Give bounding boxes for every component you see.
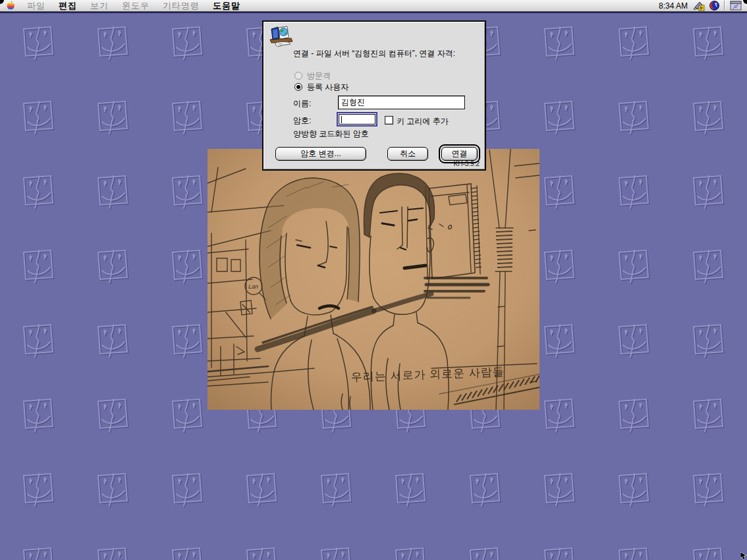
finder-face-watermark (389, 468, 430, 509)
name-label: 이름: (293, 98, 311, 109)
desktop-picture-sketch: Lan 우리는 서로가 외로운 사람들 (208, 149, 540, 410)
finder-face-watermark (687, 468, 728, 509)
password-input[interactable] (339, 114, 375, 125)
finder-face-watermark (538, 244, 579, 285)
finder-face-watermark (613, 170, 653, 211)
finder-face-watermark (240, 468, 281, 509)
guest-radio-row[interactable]: 방문객 (294, 71, 331, 80)
finder-face-watermark (166, 393, 207, 434)
menu-bar-clock[interactable]: 8:34 AM (659, 1, 688, 11)
version-label: KH-3.9.2 (454, 160, 480, 167)
finder-face-watermark (166, 244, 207, 285)
finder-face-watermark (166, 319, 207, 360)
guest-radio-label: 방문객 (307, 70, 331, 82)
finder-face-watermark (17, 170, 58, 211)
finder-face-watermark (17, 21, 58, 62)
finder-face-watermark (613, 96, 653, 136)
password-label: 암호: (293, 115, 311, 126)
finder-face-watermark (166, 170, 207, 211)
finder-face-watermark (538, 468, 579, 509)
finder-face-watermark (538, 542, 579, 560)
finder-face-watermark (17, 244, 58, 285)
finder-face-watermark (92, 21, 132, 62)
speech-bubble-text: Lan (248, 283, 258, 290)
finder-face-watermark (166, 96, 207, 136)
finder-face-watermark (166, 542, 207, 560)
registered-user-radio-label: 등록 사용자 (307, 82, 348, 93)
finder-face-watermark (92, 96, 132, 136)
finder-face-watermark (464, 542, 505, 560)
file-server-icon (269, 25, 294, 47)
finder-face-watermark (613, 21, 653, 62)
finder-face-watermark (538, 393, 579, 434)
menu-bar-separator (724, 1, 725, 11)
finder-face-watermark (17, 468, 58, 509)
apple-logo-icon (7, 1, 15, 11)
finder-face-watermark (687, 21, 728, 62)
add-to-keychain-label: 키 고리에 추가 (397, 116, 449, 127)
finder-face-watermark (92, 244, 132, 285)
menu-window[interactable]: 윈도우 (115, 0, 156, 12)
finder-face-watermark (538, 21, 579, 62)
finder-face-watermark (687, 542, 728, 560)
registered-user-radio[interactable] (294, 83, 302, 91)
input-method-pencil-icon[interactable] (692, 1, 705, 11)
encryption-note: 양방향 코드화된 암호 (293, 128, 369, 140)
name-input[interactable] (338, 96, 465, 109)
connect-button[interactable]: 연결 (441, 147, 478, 161)
menu-view[interactable]: 보기 (84, 0, 115, 12)
finder-face-watermark (92, 468, 132, 509)
change-password-button[interactable]: 암호 변경... (275, 147, 366, 161)
finder-face-watermark (315, 542, 356, 560)
finder-face-watermark (315, 468, 356, 509)
finder-face-watermark (687, 96, 728, 136)
connect-to-server-dialog: 연결 - 파일 서버 “김형진의 컴퓨터”, 연결 자격: 방문객 등록 사용자… (262, 20, 486, 171)
finder-face-watermark (538, 319, 579, 360)
finder-face-watermark (17, 96, 58, 136)
finder-face-watermark (538, 170, 579, 211)
finder-face-watermark (92, 170, 132, 211)
finder-face-watermark (17, 319, 58, 360)
cancel-button[interactable]: 취소 (387, 147, 428, 161)
menu-edit[interactable]: 편집 (52, 0, 84, 12)
finder-face-watermark (464, 468, 505, 509)
status-globe-icon[interactable] (709, 1, 719, 11)
finder-face-watermark (166, 468, 207, 509)
dialog-title: 연결 - 파일 서버 “김형진의 컴퓨터”, 연결 자격: (293, 48, 484, 59)
finder-face-watermark (92, 393, 132, 434)
finder-face-watermark (92, 542, 132, 560)
registered-user-radio-row[interactable]: 등록 사용자 (294, 82, 348, 92)
finder-face-watermark (17, 542, 58, 560)
finder-face-watermark (240, 542, 281, 560)
add-to-keychain-checkbox[interactable] (385, 116, 393, 125)
finder-face-watermark (613, 319, 653, 360)
guest-radio[interactable] (294, 72, 302, 80)
finder-face-watermark (166, 21, 207, 62)
finder-face-watermark (687, 170, 728, 211)
application-menu-icon[interactable] (730, 1, 742, 11)
finder-face-watermark (92, 319, 132, 360)
finder-face-watermark (613, 244, 653, 285)
finder-face-watermark (687, 393, 728, 434)
password-input-focus-ring (337, 112, 377, 126)
finder-face-watermark (17, 393, 58, 434)
finder-face-watermark (538, 96, 579, 136)
finder-face-watermark (613, 468, 653, 509)
finder-face-watermark (613, 393, 653, 434)
mouse-cursor (740, 552, 747, 560)
menu-other-commands[interactable]: 기타명령 (156, 0, 206, 12)
text-caret (341, 116, 342, 123)
finder-face-watermark (687, 244, 728, 285)
finder-face-watermark (613, 542, 653, 560)
finder-face-watermark (389, 542, 430, 560)
menu-file[interactable]: 파일 (20, 0, 52, 12)
menu-bar: 파일 편집 보기 윈도우 기타명령 도움말 8:34 AM (0, 0, 747, 12)
finder-face-watermark (687, 319, 728, 360)
menu-help[interactable]: 도움말 (206, 0, 247, 12)
